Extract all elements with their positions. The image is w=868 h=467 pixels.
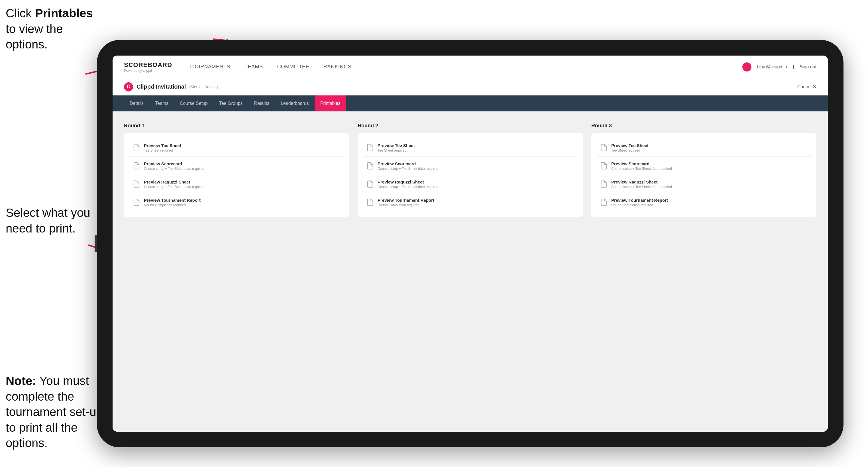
round-1-raguzzi-title: Preview Raguzzi Sheet <box>144 180 205 184</box>
round-3-raguzzi-subtitle: Course setup + Tee Sheet data required <box>611 185 672 189</box>
round-3-tee-sheet[interactable]: Preview Tee Sheet Tee Sheet required <box>597 139 811 157</box>
round-3-tournament-report-subtitle: Round Completion required <box>611 203 668 207</box>
tablet-side-button <box>95 235 97 252</box>
round-2-raguzzi[interactable]: Preview Raguzzi Sheet Course setup + Tee… <box>363 176 577 193</box>
document-icon-3 <box>132 180 141 189</box>
round-1-column: Round 1 Preview Tee Sheet Tee Sheet requ… <box>124 123 349 217</box>
round-1-raguzzi[interactable]: Preview Raguzzi Sheet Course setup + Tee… <box>130 176 343 193</box>
round-1-raguzzi-text: Preview Raguzzi Sheet Course setup + Tee… <box>144 180 205 189</box>
tab-leaderboards[interactable]: Leaderboards <box>275 95 315 112</box>
tablet-frame: SCOREBOARD Powered by clippd TOURNAMENTS… <box>97 40 843 447</box>
cancel-button[interactable]: Cancel ✕ <box>797 84 816 90</box>
round-2-scorecard-title: Preview Scorecard <box>378 161 438 166</box>
round-1-card: Preview Tee Sheet Tee Sheet required Pre… <box>124 133 349 217</box>
logo-text: SCOREBOARD <box>124 61 172 69</box>
tablet-screen: SCOREBOARD Powered by clippd TOURNAMENTS… <box>113 56 828 432</box>
round-1-tournament-report-text: Preview Tournament Report Round Completi… <box>144 198 200 207</box>
round-3-column: Round 3 Preview Tee Sheet Tee Sheet requ… <box>591 123 816 217</box>
separator: | <box>793 64 794 69</box>
tab-printables[interactable]: Printables <box>315 95 346 112</box>
tab-course-setup[interactable]: Course Setup <box>174 95 213 112</box>
doc-icon-r2-3 <box>366 180 374 189</box>
main-nav: TOURNAMENTS TEAMS COMMITTEE RANKINGS <box>189 63 742 71</box>
nav-committee[interactable]: COMMITTEE <box>277 63 309 71</box>
logo-sub: Powered by clippd <box>124 69 172 73</box>
round-2-tee-sheet[interactable]: Preview Tee Sheet Tee Sheet required <box>363 139 577 157</box>
round-3-title: Round 3 <box>591 123 816 129</box>
annotation-note-label: Note: <box>6 374 36 387</box>
round-3-tee-sheet-subtitle: Tee Sheet required <box>611 149 649 152</box>
annotation-bold-printables: Printables <box>35 6 93 20</box>
round-3-tournament-report[interactable]: Preview Tournament Report Round Completi… <box>597 194 811 211</box>
round-2-tee-sheet-subtitle: Tee Sheet required <box>378 149 415 152</box>
doc-icon-r3-1 <box>600 143 608 152</box>
top-nav-right: blair@clippd.io | Sign out <box>742 62 816 71</box>
round-1-scorecard[interactable]: Preview Scorecard Course setup + Tee She… <box>130 157 343 175</box>
nav-rankings[interactable]: RANKINGS <box>323 63 351 71</box>
tab-tee-groups[interactable]: Tee Groups <box>213 95 248 112</box>
tournament-badge: (Men) <box>189 85 200 89</box>
user-email: blair@clippd.io <box>757 64 787 69</box>
round-3-raguzzi-title: Preview Raguzzi Sheet <box>611 180 672 184</box>
doc-icon-r2-2 <box>366 161 374 170</box>
tournament-logo: C <box>124 82 133 91</box>
round-2-scorecard[interactable]: Preview Scorecard Course setup + Tee She… <box>363 157 577 175</box>
round-3-tournament-report-title: Preview Tournament Report <box>611 198 668 203</box>
round-2-tee-sheet-title: Preview Tee Sheet <box>378 143 415 148</box>
round-1-scorecard-subtitle: Course setup + Tee Sheet data required <box>144 167 205 171</box>
round-1-tournament-report[interactable]: Preview Tournament Report Round Completi… <box>130 194 343 211</box>
doc-icon-r3-2 <box>600 161 608 170</box>
round-1-tee-sheet[interactable]: Preview Tee Sheet Tee Sheet required <box>130 139 343 157</box>
doc-icon-r2-1 <box>366 143 374 152</box>
round-1-tee-sheet-subtitle: Tee Sheet required <box>144 149 181 152</box>
round-2-tournament-report-subtitle: Round Completion required <box>378 203 434 207</box>
document-icon-4 <box>132 198 141 207</box>
annotation-middle: Select what you need to print. <box>6 205 97 236</box>
round-3-scorecard[interactable]: Preview Scorecard Course setup + Tee She… <box>597 157 811 175</box>
sub-nav: Details Teams Course Setup Tee Groups Re… <box>113 95 828 112</box>
doc-icon-r3-4 <box>600 198 608 207</box>
round-1-raguzzi-subtitle: Course setup + Tee Sheet data required <box>144 185 205 189</box>
round-3-raguzzi[interactable]: Preview Raguzzi Sheet Course setup + Tee… <box>597 176 811 193</box>
round-1-tournament-report-title: Preview Tournament Report <box>144 198 200 203</box>
round-2-raguzzi-subtitle: Course setup + Tee Sheet data required <box>378 185 438 189</box>
top-nav: SCOREBOARD Powered by clippd TOURNAMENTS… <box>113 56 828 79</box>
tab-results[interactable]: Results <box>248 95 275 112</box>
round-1-scorecard-title: Preview Scorecard <box>144 161 205 166</box>
round-3-scorecard-subtitle: Course setup + Tee Sheet data required <box>611 167 672 171</box>
tab-teams[interactable]: Teams <box>149 95 174 112</box>
logo-area: SCOREBOARD Powered by clippd <box>124 61 172 73</box>
round-3-scorecard-title: Preview Scorecard <box>611 161 672 166</box>
nav-teams[interactable]: TEAMS <box>245 63 263 71</box>
round-2-tournament-report[interactable]: Preview Tournament Report Round Completi… <box>363 194 577 211</box>
doc-icon-r3-3 <box>600 180 608 189</box>
sign-out-link[interactable]: Sign out <box>800 64 816 69</box>
round-2-card: Preview Tee Sheet Tee Sheet required Pre… <box>358 133 583 217</box>
rounds-container: Round 1 Preview Tee Sheet Tee Sheet requ… <box>124 123 816 217</box>
round-2-raguzzi-title: Preview Raguzzi Sheet <box>378 180 438 184</box>
round-3-tee-sheet-title: Preview Tee Sheet <box>611 143 649 148</box>
round-3-card: Preview Tee Sheet Tee Sheet required Pre… <box>591 133 816 217</box>
user-avatar <box>742 62 751 71</box>
nav-tournaments[interactable]: TOURNAMENTS <box>189 63 230 71</box>
round-1-title: Round 1 <box>124 123 349 129</box>
round-2-column: Round 2 Preview Tee Sheet Tee Sheet requ… <box>358 123 583 217</box>
round-1-tee-sheet-title: Preview Tee Sheet <box>144 143 181 148</box>
content-area: Round 1 Preview Tee Sheet Tee Sheet requ… <box>113 112 828 432</box>
round-2-scorecard-subtitle: Course setup + Tee Sheet data required <box>378 167 438 171</box>
round-1-tournament-report-subtitle: Round Completion required <box>144 203 200 207</box>
tournament-name: Clippd Invitational <box>136 84 186 90</box>
round-2-title: Round 2 <box>358 123 583 129</box>
round-1-tee-sheet-text: Preview Tee Sheet Tee Sheet required <box>144 143 181 152</box>
document-icon-2 <box>132 161 141 170</box>
annotation-top: Click Printables to view the options. <box>6 6 97 53</box>
tournament-bar: C Clippd Invitational (Men) Hosting Canc… <box>113 79 828 95</box>
tab-details[interactable]: Details <box>124 95 149 112</box>
doc-icon-r2-4 <box>366 198 374 207</box>
round-1-scorecard-text: Preview Scorecard Course setup + Tee She… <box>144 161 205 171</box>
tournament-status: Hosting <box>204 85 218 89</box>
document-icon <box>132 143 141 152</box>
round-2-tournament-report-title: Preview Tournament Report <box>378 198 434 203</box>
